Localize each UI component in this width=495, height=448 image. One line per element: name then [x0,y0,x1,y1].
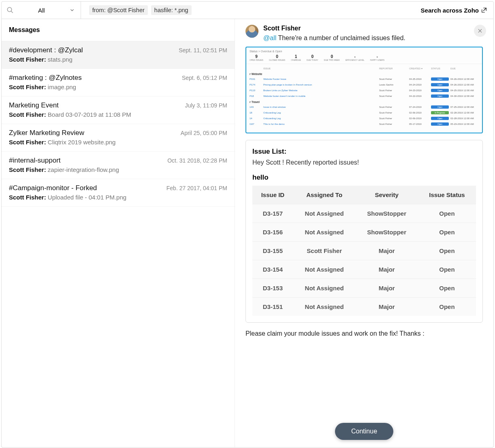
table-cell: Open [418,223,476,242]
message-title: #internal-support [9,156,61,165]
message-title: Zylker Marketing Review [9,129,84,137]
message-title: #marketing : @Zylnotes [9,74,82,82]
table-cell: D3-156 [252,223,293,242]
table-cell: Open [418,298,476,316]
external-link-icon [481,7,487,13]
table-row[interactable]: D3-156Not AssignedShowStopperOpen [252,223,476,242]
chevron-down-icon [69,7,75,13]
table-cell: Major [355,242,418,260]
table-cell: Major [355,298,418,316]
message-detail-panel: Scott Fisher @all There're a number of u… [235,19,493,447]
message-time: April 25, 05:00 PM [181,130,227,136]
message-time: Oct. 31 2018, 02:28 PM [167,157,227,164]
message-file: stats.png [48,56,73,63]
table-cell: D3-154 [252,260,293,279]
footer-message: Please claim your module issues and work… [245,330,483,337]
attachment-preview[interactable]: Status > Overdue & Open9Open Issues0Clos… [245,47,483,133]
message-time: July 3, 11:09 PM [185,102,227,109]
table-cell: Major [355,260,418,279]
table-cell: Not Assigned [293,223,356,242]
close-button[interactable] [474,25,486,37]
table-row[interactable]: D3-154Not AssignedMajorOpen [252,260,476,279]
card-title: Issue List: [252,148,476,156]
messages-panel: Messages #development : @ZylcalSept. 11,… [2,19,235,447]
table-cell: Open [418,242,476,260]
svg-line-1 [11,11,13,13]
table-row[interactable]: D3-153Not AssignedMajorOpen [252,279,476,298]
search-chips: from: @Scott Fisher hasfile: *.png [81,5,192,15]
message-text: There're a number of unclaimed issues fi… [276,34,405,41]
message-time: Sept. 6, 05:12 PM [182,75,227,81]
message-file: image.png [48,84,76,90]
message-author: Scott Fisher: [9,166,46,173]
continue-label: Continue [351,428,377,435]
svg-point-0 [7,7,12,12]
search-chip[interactable]: from: @Scott Fisher [89,5,148,15]
message-file: Uploaded file - 04:01 PM.png [48,194,126,201]
message-title: #Campaign-monitor - Forked [9,184,97,192]
table-cell: Not Assigned [293,298,356,316]
continue-button[interactable]: Continue [335,423,393,440]
message-item[interactable]: #development : @ZylcalSept. 11, 02:51 PM… [2,41,235,69]
search-chip[interactable]: hasfile: *.png [151,5,192,15]
avatar [245,25,258,38]
message-file: Board 03-07-2019 at 11:08 PM [48,111,131,118]
table-cell: Open [418,260,476,279]
message-title: Marketing Event [9,101,59,109]
message-item[interactable]: #internal-supportOct. 31 2018, 02:28 PM … [2,152,235,179]
message-header: Scott Fisher @all There're a number of u… [245,25,483,42]
message-item[interactable]: Zylker Marketing ReviewApril 25, 05:00 P… [2,124,235,152]
messages-header: Messages [2,19,235,41]
message-time: Feb. 27 2017, 04:01 PM [166,185,227,191]
message-author: Scott Fisher: [9,194,46,201]
search-icon [6,6,14,14]
svg-line-2 [483,8,486,11]
table-header: Issue Status [418,186,476,204]
mention[interactable]: @all [263,34,276,41]
table-cell: Open [418,279,476,298]
message-author: Scott Fisher: [9,111,46,118]
message-title: #development : @Zylcal [9,46,83,54]
issues-table: Issue IDAssigned ToSeverityIssue Status … [252,186,476,316]
table-cell: ShowStopper [355,223,418,242]
message-time: Sept. 11, 02:51 PM [179,47,227,54]
table-header: Issue ID [252,186,293,204]
message-author: Scott Fisher: [9,56,46,63]
search-across-link[interactable]: Search across Zoho [421,7,493,14]
message-author: Scott Fisher: [9,84,46,90]
table-cell: Not Assigned [293,279,356,298]
filter-label: All [38,7,45,14]
main-layout: Messages #development : @ZylcalSept. 11,… [1,19,494,448]
table-row[interactable]: D3-157Not AssignedShowStopperOpen [252,204,476,223]
filter-dropdown[interactable]: All [2,2,81,19]
message-file: Cliqtrix 2019 website.png [48,139,116,146]
table-cell: D3-153 [252,279,293,298]
card-greeting: hello [252,174,476,182]
table-row[interactable]: D3-155Scott FisherMajorOpen [252,242,476,260]
issue-list-card: Issue List: Hey Scott ! Recently reporte… [245,140,483,323]
card-subtitle: Hey Scott ! Recently reported issues! [252,159,476,166]
table-header: Assigned To [293,186,356,204]
table-row[interactable]: D3-151Not AssignedMajorOpen [252,298,476,316]
table-header: Severity [355,186,418,204]
table-cell: Not Assigned [293,260,356,279]
table-cell: Not Assigned [293,204,356,223]
close-icon [477,28,483,34]
message-author: Scott Fisher: [9,139,46,146]
table-cell: D3-155 [252,242,293,260]
sender-name: Scott Fisher [263,25,405,32]
table-cell: Open [418,204,476,223]
table-cell: Major [355,279,418,298]
message-body: @all There're a number of unclaimed issu… [263,34,405,42]
message-item[interactable]: Marketing EventJuly 3, 11:09 PM Scott Fi… [2,96,235,124]
table-cell: D3-157 [252,204,293,223]
message-item[interactable]: #Campaign-monitor - ForkedFeb. 27 2017, … [2,179,235,207]
table-cell: D3-151 [252,298,293,316]
message-file: zapier-integration-flow.png [48,166,119,173]
message-item[interactable]: #marketing : @ZylnotesSept. 6, 05:12 PM … [2,69,235,96]
table-cell: Scott Fisher [293,242,356,260]
table-cell: ShowStopper [355,204,418,223]
search-bar: All from: @Scott Fisher hasfile: *.png S… [1,1,494,19]
search-across-label: Search across Zoho [421,7,479,14]
